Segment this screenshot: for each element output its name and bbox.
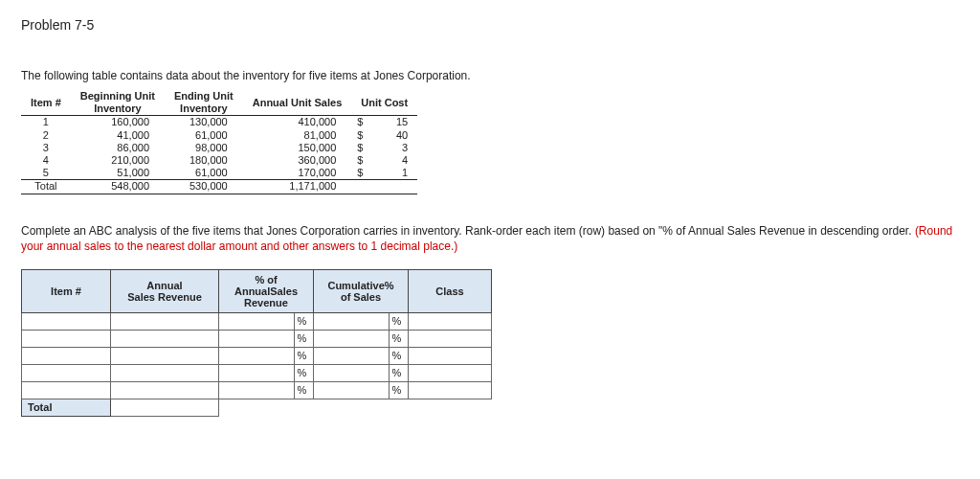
table-row: 1160,000130,000410,000$15	[21, 116, 417, 129]
ans-total-rev[interactable]	[111, 399, 219, 416]
pct-input[interactable]	[219, 381, 295, 399]
ans-col-cum: Cumulative% of Sales	[314, 269, 409, 312]
answer-row: %%	[22, 364, 492, 381]
item-input[interactable]	[22, 364, 111, 381]
cum-label: %	[390, 364, 409, 381]
class-input[interactable]	[409, 381, 492, 399]
ans-col-pct: % of AnnualSales Revenue	[219, 269, 314, 312]
item-input[interactable]	[22, 312, 111, 330]
col-cost: Unit Cost	[351, 90, 417, 116]
revenue-input[interactable]	[111, 347, 219, 364]
cum-input[interactable]	[314, 364, 390, 381]
pct-label: %	[295, 347, 314, 364]
cum-input[interactable]	[314, 330, 390, 347]
table-row: 4210,000180,000360,000$4	[21, 154, 417, 167]
col-item: Item #	[21, 90, 71, 116]
answer-row: %%	[22, 330, 492, 347]
abc-analysis-table: Item # Annual Sales Revenue % of AnnualS…	[21, 269, 492, 417]
answer-row: %%	[22, 381, 492, 399]
cum-label: %	[390, 330, 409, 347]
pct-label: %	[295, 312, 314, 330]
cum-label: %	[390, 347, 409, 364]
pct-input[interactable]	[219, 364, 295, 381]
pct-label: %	[295, 381, 314, 399]
item-input[interactable]	[22, 381, 111, 399]
total-beg: 548,000	[71, 180, 165, 194]
ans-col-item: Item #	[22, 269, 111, 312]
table-row: 551,00061,000170,000$1	[21, 167, 417, 180]
cum-label: %	[390, 381, 409, 399]
problem-title: Problem 7-5	[21, 17, 959, 33]
class-input[interactable]	[409, 347, 492, 364]
class-input[interactable]	[409, 364, 492, 381]
intro-text: The following table contains data about …	[21, 69, 959, 82]
cum-input[interactable]	[314, 347, 390, 364]
ans-col-class: Class	[409, 269, 492, 312]
revenue-input[interactable]	[111, 381, 219, 399]
class-input[interactable]	[409, 330, 492, 347]
revenue-input[interactable]	[111, 312, 219, 330]
cum-input[interactable]	[314, 312, 390, 330]
table-row: 386,00098,000150,000$3	[21, 142, 417, 154]
answer-row: %%	[22, 312, 492, 330]
pct-input[interactable]	[219, 347, 295, 364]
col-beg: Beginning Unit Inventory	[71, 90, 165, 116]
ans-total-label: Total	[22, 399, 111, 416]
ans-col-rev: Annual Sales Revenue	[111, 269, 219, 312]
pct-input[interactable]	[219, 312, 295, 330]
col-sales: Annual Unit Sales	[243, 90, 352, 116]
class-input[interactable]	[409, 312, 492, 330]
item-input[interactable]	[22, 330, 111, 347]
total-sales: 1,171,000	[243, 180, 352, 194]
revenue-input[interactable]	[111, 364, 219, 381]
cum-input[interactable]	[314, 381, 390, 399]
cum-label: %	[390, 312, 409, 330]
instruction-text: Complete an ABC analysis of the five ite…	[21, 223, 959, 254]
pct-input[interactable]	[219, 330, 295, 347]
total-end: 530,000	[165, 180, 243, 194]
item-input[interactable]	[22, 347, 111, 364]
revenue-input[interactable]	[111, 330, 219, 347]
col-end: Ending Unit Inventory	[165, 90, 243, 116]
inventory-data-table: Item # Beginning Unit Inventory Ending U…	[21, 90, 417, 194]
total-label: Total	[21, 180, 71, 194]
table-row: 241,00061,00081,000$40	[21, 129, 417, 142]
pct-label: %	[295, 330, 314, 347]
answer-row: %%	[22, 347, 492, 364]
pct-label: %	[295, 364, 314, 381]
